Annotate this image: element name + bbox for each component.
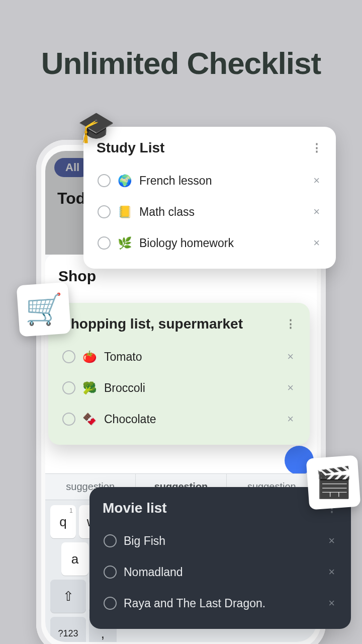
item-label: Nomadland [124,566,319,579]
checkbox-icon[interactable] [98,205,111,218]
item-label: Math class [139,205,304,219]
close-icon[interactable]: × [285,348,296,365]
sheet-title: Shop [58,268,304,285]
clapperboard-icon: 🎬 [311,460,356,505]
close-icon[interactable]: × [311,172,322,189]
more-icon[interactable]: ⋮ [311,142,323,153]
checkbox-icon[interactable] [104,534,117,547]
item-emoji: 🌍 [118,174,132,188]
close-icon[interactable]: × [285,379,296,396]
card-title-text: Movie list [103,500,167,516]
list-item[interactable]: 📒 Math class × [97,196,323,227]
close-icon[interactable]: × [326,532,337,549]
list-item[interactable]: 🥦 Broccoli × [61,372,297,404]
item-emoji: 🌿 [118,236,132,250]
shopping-cart-icon: 🛒 [21,287,66,332]
key-numbers[interactable]: ?123 [50,617,86,642]
item-emoji: 🍫 [82,413,97,426]
list-item[interactable]: 🌿 Biology homework × [97,227,323,259]
key-shift[interactable]: ⇧ [50,580,86,613]
key-q[interactable]: q1 [50,505,76,538]
key-a[interactable]: a [61,542,88,576]
close-icon[interactable]: × [326,595,337,612]
close-icon[interactable]: × [311,203,322,220]
list-item[interactable]: 🍫 Chocolate × [61,404,297,435]
list-item[interactable]: 🌍 French lesson × [97,165,323,196]
checkbox-icon[interactable] [104,566,117,579]
item-label: Biology homework [139,236,304,250]
close-icon[interactable]: × [326,564,337,581]
item-label: Raya and The Last Dragon. [124,597,319,610]
close-icon[interactable]: × [311,234,322,252]
checkbox-icon[interactable] [62,413,75,426]
graduation-cap-icon: 🎓 [73,105,119,150]
checkbox-icon[interactable] [98,236,111,250]
item-label: French lesson [139,174,304,188]
list-item[interactable]: Big Fish × [103,525,338,556]
card-study[interactable]: Study List ⋮ 🌍 French lesson × 📒 Math cl… [83,127,336,269]
item-emoji: 🥦 [82,381,97,395]
list-item[interactable]: Nomadland × [103,556,338,588]
item-label: Chocolate [104,413,278,426]
item-emoji: 🍅 [82,350,97,364]
card-movies[interactable]: Movie list ⋮ Big Fish × Nomadland × Raya… [89,487,351,629]
more-icon[interactable]: ⋮ [285,318,297,330]
page-headline: Unlimited Checklist [0,45,362,81]
card-title-text: Shopping list, supermarket [61,316,243,332]
checkbox-icon[interactable] [62,381,75,394]
item-label: Tomato [104,350,278,364]
item-label: Broccoli [104,381,278,395]
card-shopping[interactable]: Shopping list, supermarket ⋮ 🍅 Tomato × … [48,303,310,445]
list-item[interactable]: Raya and The Last Dragon. × [103,588,338,619]
list-item[interactable]: 🍅 Tomato × [61,341,297,372]
checkbox-icon[interactable] [104,597,117,610]
close-icon[interactable]: × [285,411,296,428]
checkbox-icon[interactable] [98,174,111,187]
checkbox-icon[interactable] [62,350,75,363]
item-label: Big Fish [124,534,319,548]
item-emoji: 📒 [118,205,132,219]
